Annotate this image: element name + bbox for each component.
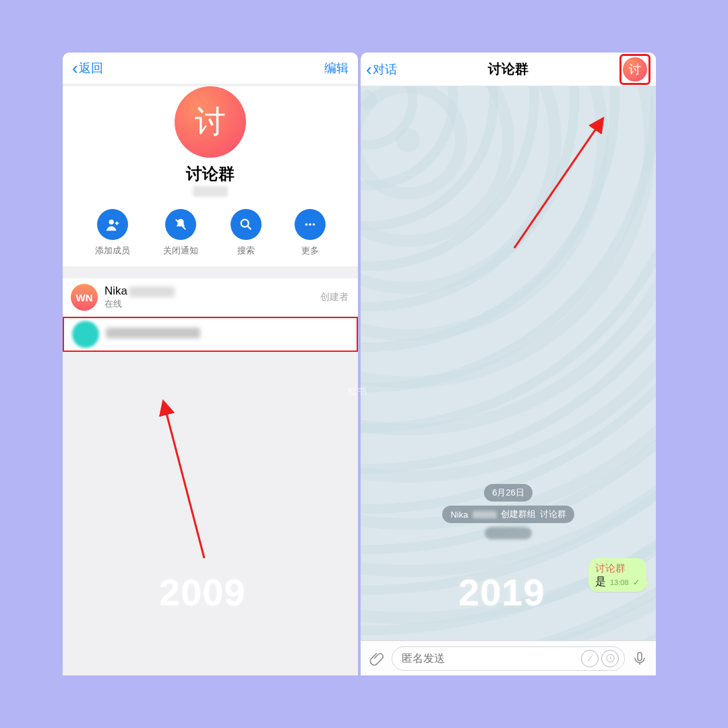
chat-background: 6月26日 Nika创建群组讨论群 讨论群 是 13:08 ✓: [361, 86, 656, 640]
chevron-left-icon: ‹: [366, 61, 372, 78]
command-button[interactable]: [581, 650, 599, 667]
voice-button[interactable]: [630, 649, 649, 668]
bell-slash-icon: [173, 217, 188, 232]
group-info-panel: ‹搜索 ‹返回 编辑 讨 讨论群 添加成员 关闭通知 搜索 更多 WN: [63, 53, 358, 675]
member-row[interactable]: WN Nika 在线 创建者: [63, 278, 358, 317]
message-input-bar: [361, 640, 656, 675]
search-button[interactable]: 搜索: [231, 209, 262, 257]
edit-button[interactable]: 编辑: [324, 60, 348, 76]
group-header: 讨 讨论群: [63, 86, 358, 201]
members-list: WN Nika 在线 创建者: [63, 278, 358, 352]
add-user-icon: [105, 217, 120, 232]
mic-icon: [632, 650, 648, 667]
left-topbar: ‹返回 编辑: [63, 53, 358, 84]
mute-button[interactable]: 关闭通知: [163, 209, 198, 257]
member-role-tag: 创建者: [320, 291, 348, 303]
svg-rect-8: [638, 653, 642, 661]
group-name: 讨论群: [63, 163, 358, 185]
bubble-sender: 讨论群: [595, 562, 640, 575]
member-avatar: WN: [71, 284, 98, 311]
bubble-time: 13:08: [610, 578, 629, 586]
chat-avatar-highlighted[interactable]: 讨: [619, 54, 650, 85]
group-action-row: 添加成员 关闭通知 搜索 更多: [63, 201, 358, 266]
message-input-wrap[interactable]: [392, 646, 625, 671]
member-row-highlighted[interactable]: [63, 317, 358, 352]
bubble-text: 是: [595, 575, 606, 589]
chat-title: 讨论群: [361, 60, 656, 78]
clock-icon: [605, 653, 615, 663]
back-to-chats-button[interactable]: ‹对话: [366, 61, 397, 78]
svg-point-1: [241, 220, 249, 227]
sent-check-icon: ✓: [633, 578, 640, 587]
svg-point-4: [312, 223, 315, 226]
svg-point-0: [109, 220, 114, 224]
member-name-blurred: [106, 328, 200, 342]
svg-point-2: [305, 223, 307, 226]
svg-line-5: [164, 403, 204, 558]
chat-avatar: 讨: [623, 57, 647, 82]
group-subtitle-blurred: [193, 186, 228, 197]
add-member-button[interactable]: 添加成员: [95, 209, 130, 257]
annotation-arrow-icon: [150, 396, 224, 565]
svg-point-3: [309, 223, 311, 226]
system-messages: 6月26日 Nika创建群组讨论群: [361, 484, 656, 539]
member-name: Nika: [104, 284, 175, 298]
chevron-left-icon: ‹: [72, 59, 78, 77]
system-created-group-chip: Nika创建群组讨论群: [442, 506, 574, 523]
more-icon: [303, 217, 317, 232]
system-chip-blurred: [485, 527, 532, 539]
member-status: 在线: [104, 298, 175, 310]
group-avatar[interactable]: 讨: [175, 86, 246, 158]
outgoing-message-bubble[interactable]: 讨论群 是 13:08 ✓: [588, 558, 646, 592]
chat-topbar: ‹对话 讨论群 讨: [361, 53, 656, 86]
chat-panel: ‹搜索 ‹对话 讨论群 讨 6月26日 Nika创建群组讨论群 讨论群 是 13…: [361, 53, 656, 675]
slash-icon: [585, 653, 595, 663]
back-button[interactable]: ‹返回: [72, 59, 103, 77]
search-icon: [239, 217, 253, 232]
attach-button[interactable]: [367, 649, 386, 668]
watermark-text: 红书: [348, 386, 367, 398]
date-chip: 6月26日: [484, 484, 533, 502]
paperclip-icon: [369, 650, 385, 667]
member-avatar: [72, 321, 99, 348]
message-input[interactable]: [402, 653, 581, 665]
more-button[interactable]: 更多: [295, 209, 326, 257]
schedule-button[interactable]: [601, 650, 619, 667]
